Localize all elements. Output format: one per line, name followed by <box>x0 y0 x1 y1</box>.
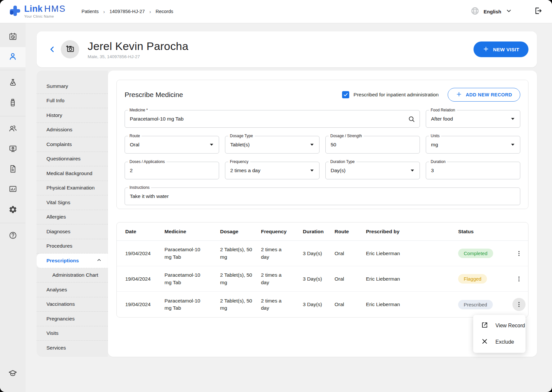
nav-item-summary[interactable]: Summary <box>37 79 108 94</box>
svg-text:$: $ <box>12 166 13 169</box>
search-icon[interactable] <box>408 115 415 123</box>
cell-duration: 3 Day(s) <box>303 276 335 282</box>
dosage-strength-input[interactable] <box>331 142 415 148</box>
sidebar-item-laboratory[interactable] <box>0 73 26 93</box>
context-menu-view-record[interactable]: View Record <box>473 318 526 334</box>
kebab-icon <box>516 276 522 282</box>
nav-item-questionnaires[interactable]: Questionnaires <box>37 152 108 167</box>
nav-item-medical-background[interactable]: Medical Background <box>37 166 108 181</box>
back-button[interactable] <box>46 43 58 55</box>
row-actions-menu-button[interactable] <box>512 247 526 260</box>
sidebar-item-help[interactable] <box>0 226 26 246</box>
table-row: 19/04/2024 Paracetamol-10 mg Tab 2 Table… <box>117 241 528 266</box>
sidebar-item-workstation[interactable] <box>0 139 26 159</box>
medicine-input[interactable] <box>130 116 415 122</box>
sidebar-item-staff[interactable] <box>0 119 26 139</box>
row-actions-menu-button-open[interactable] <box>512 298 526 311</box>
logout-button[interactable] <box>534 7 542 16</box>
duration-type-select[interactable]: Duration Type Day(s) <box>325 162 420 179</box>
table-row: 19/04/2024 Paracetamol-10 mg Tab 2 Table… <box>117 266 528 292</box>
nav-item-complaints[interactable]: Complaints <box>37 137 108 152</box>
sidebar-item-patients[interactable] <box>0 47 26 67</box>
patient-name: Jerel Kevin Parocha <box>88 40 188 53</box>
cell-prescribed-by: Eric Lieberman <box>366 251 458 256</box>
sidebar-item-pharmacy[interactable] <box>0 93 26 113</box>
patient-avatar-upload[interactable] <box>61 40 79 58</box>
units-select[interactable]: Units mg <box>426 136 520 154</box>
gear-icon <box>9 205 17 215</box>
nav-item-vaccinations[interactable]: Vaccinations <box>37 297 108 312</box>
graduation-cap-icon <box>8 369 17 379</box>
add-new-record-button[interactable]: ADD NEW RECORD <box>448 88 520 102</box>
cell-medicine: Paracetamol-10 mg Tab <box>164 271 204 286</box>
nav-item-allergies[interactable]: Allergies <box>37 210 108 225</box>
app-logo[interactable]: Link HMS Your Clinic Name <box>9 5 66 18</box>
chevron-down-icon <box>506 8 512 15</box>
nav-item-pregnancies[interactable]: Pregnancies <box>37 312 108 326</box>
monitor-gear-icon <box>9 144 17 155</box>
duration-label: Duration <box>429 159 447 164</box>
food-relation-value: After food <box>431 116 453 122</box>
medicine-field[interactable]: Medicine * <box>125 110 420 128</box>
new-visit-button[interactable]: NEW VISIT <box>474 41 528 57</box>
frequency-value: 2 times a day <box>230 168 260 173</box>
instructions-input[interactable] <box>130 193 515 199</box>
nav-item-admissions[interactable]: Admissions <box>37 123 108 138</box>
nav-item-procedures[interactable]: Procedures <box>37 239 108 254</box>
rail-divider <box>0 70 26 70</box>
instructions-field[interactable]: Instructions <box>125 188 520 205</box>
nav-item-history[interactable]: History <box>37 108 108 123</box>
sidebar-item-education[interactable] <box>0 364 26 384</box>
frequency-select[interactable]: Frequency 2 times a day <box>225 162 319 179</box>
lab-flask-icon <box>9 78 17 88</box>
cell-date: 19/04/2024 <box>125 302 164 307</box>
duration-field[interactable]: Duration <box>426 162 520 179</box>
dosage-strength-field[interactable]: Dosage / Strength <box>325 136 420 154</box>
nav-item-services[interactable]: Services <box>37 341 108 355</box>
inpatient-checkbox-group[interactable]: Prescribed for inpatient administration <box>342 91 439 98</box>
doses-input[interactable] <box>130 168 214 173</box>
nav-item-prescriptions[interactable]: Prescriptions <box>37 253 108 268</box>
plus-icon <box>456 91 462 98</box>
status-badge: Prescribed <box>458 300 493 309</box>
nav-item-diagnoses[interactable]: Diagnoses <box>37 224 108 239</box>
breadcrumb-patients[interactable]: Patients <box>81 9 98 14</box>
col-route: Route <box>335 229 366 235</box>
duration-input[interactable] <box>431 168 515 173</box>
sidebar-item-reports[interactable] <box>0 180 26 200</box>
col-duration: Duration <box>303 229 335 235</box>
inpatient-checkbox[interactable] <box>342 91 349 98</box>
sidebar-item-settings[interactable] <box>0 200 26 220</box>
invoice-icon: $ <box>9 165 17 174</box>
food-relation-select[interactable]: Food Relation After food <box>426 110 520 128</box>
nav-item-full-info[interactable]: Full Info <box>37 94 108 108</box>
view-record-label: View Record <box>495 323 525 329</box>
breadcrumb-records[interactable]: Records <box>156 9 173 14</box>
context-menu-exclude[interactable]: Exclude <box>473 334 526 350</box>
sidebar-item-schedule[interactable] <box>0 27 26 47</box>
dropdown-caret-icon <box>310 144 314 146</box>
kebab-icon <box>516 250 522 257</box>
dosage-type-select[interactable]: Dosage Type Tablet(s) <box>225 136 319 154</box>
close-icon <box>481 338 488 346</box>
external-link-icon <box>481 321 488 330</box>
nav-item-analyses[interactable]: Analyses <box>37 283 108 297</box>
route-value: Oral <box>130 142 139 148</box>
table-row: 19/04/2024 Paracetamol-10 mg Tab 2 Table… <box>117 292 528 317</box>
nav-item-administration-chart[interactable]: Administration Chart <box>37 268 108 283</box>
dosage-type-label: Dosage Type <box>228 134 255 138</box>
clinic-tagline: Your Clinic Name <box>24 15 66 18</box>
doses-field[interactable]: Doses / Applications <box>125 162 219 179</box>
language-selector[interactable]: English <box>471 7 512 17</box>
nav-item-vital-signs[interactable]: Vital Signs <box>37 195 108 210</box>
top-bar: Link HMS Your Clinic Name Patients › 140… <box>0 0 552 23</box>
col-medicine: Medicine <box>164 229 220 235</box>
breadcrumb-patient-id[interactable]: 14097856-HJ-27 <box>110 9 145 14</box>
route-select[interactable]: Route Oral <box>125 136 219 154</box>
nav-item-visits[interactable]: Visits <box>37 326 108 341</box>
sidebar-item-billing[interactable]: $ <box>0 159 26 180</box>
row-actions-menu-button[interactable] <box>512 272 526 286</box>
prescriptions-content-card: Prescribe Medicine Prescribed for inpati… <box>108 71 537 357</box>
nav-item-physical-examination[interactable]: Physical Examination <box>37 181 108 196</box>
breadcrumb-separator-icon: › <box>103 9 105 14</box>
